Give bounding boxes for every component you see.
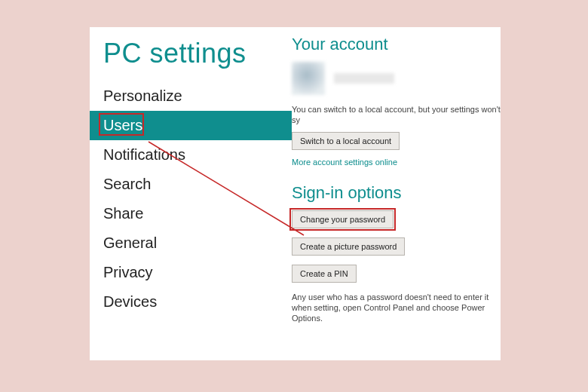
sidebar-item-privacy[interactable]: Privacy bbox=[90, 258, 292, 287]
sidebar-item-label: Search bbox=[103, 176, 151, 192]
pc-settings-window: PC settings Personalize Users Notificati… bbox=[90, 27, 501, 360]
sidebar-item-personalize[interactable]: Personalize bbox=[90, 81, 292, 111]
sidebar-item-search[interactable]: Search bbox=[90, 170, 292, 199]
sidebar-item-notifications[interactable]: Notifications bbox=[90, 140, 292, 170]
sidebar-item-label: Users bbox=[103, 117, 142, 133]
main-panel: Your account You can switch to a local a… bbox=[292, 27, 501, 360]
switch-local-account-button[interactable]: Switch to a local account bbox=[292, 132, 400, 150]
sidebar-item-label: Notifications bbox=[103, 146, 185, 163]
create-pin-button[interactable]: Create a PIN bbox=[292, 265, 357, 283]
switch-description: You can switch to a local account, but y… bbox=[292, 104, 501, 126]
sidebar-item-share[interactable]: Share bbox=[90, 199, 292, 228]
sidebar-item-label: Share bbox=[103, 205, 143, 222]
change-password-button[interactable]: Change your password bbox=[292, 210, 394, 228]
sidebar-item-label: Privacy bbox=[103, 264, 153, 280]
avatar bbox=[292, 62, 325, 95]
sidebar-item-label: Personalize bbox=[103, 87, 182, 104]
sidebar-item-label: Devices bbox=[103, 293, 157, 310]
signin-section: Sign-in options Change your password Cre… bbox=[292, 183, 501, 324]
signin-note: Any user who has a password doesn't need… bbox=[292, 292, 501, 324]
account-heading: Your account bbox=[292, 35, 501, 54]
sidebar-item-label: General bbox=[103, 234, 157, 251]
app-title: PC settings bbox=[90, 32, 292, 81]
sidebar-item-users[interactable]: Users bbox=[90, 111, 292, 140]
more-settings-link[interactable]: More account settings online bbox=[292, 158, 501, 167]
account-row bbox=[292, 62, 501, 95]
account-name-blurred bbox=[334, 73, 394, 84]
create-picture-password-button[interactable]: Create a picture password bbox=[292, 237, 405, 256]
sidebar: PC settings Personalize Users Notificati… bbox=[90, 27, 292, 360]
sidebar-item-devices[interactable]: Devices bbox=[90, 287, 292, 317]
signin-heading: Sign-in options bbox=[292, 183, 501, 203]
sidebar-item-general[interactable]: General bbox=[90, 228, 292, 258]
